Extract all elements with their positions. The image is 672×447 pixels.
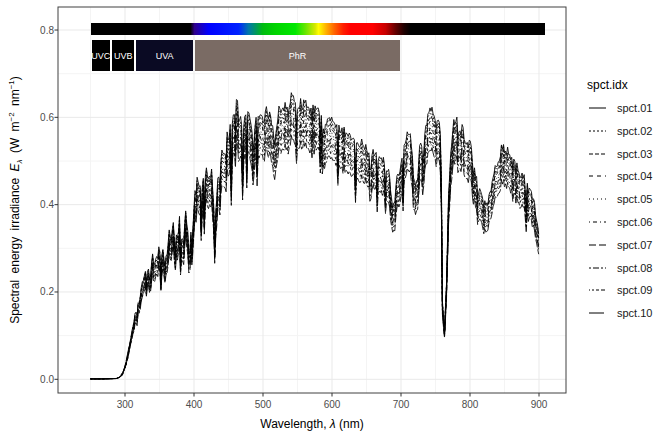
y-axis-title: Spectral energy irradiance Eλ (W m−2 nm−…	[8, 76, 22, 324]
x-tick-label: 800	[453, 399, 487, 410]
waveband-uva: UVA	[136, 40, 193, 71]
exp-minus2: −2	[7, 112, 16, 121]
visible-spectrum-bar	[91, 23, 545, 35]
legend-item-label: spct.06	[617, 216, 652, 228]
legend-item-spct.01: spct.01	[589, 97, 652, 119]
y-title-units-3: )	[8, 76, 22, 80]
legend-key-line	[589, 170, 606, 182]
legend-item-spct.04: spct.04	[589, 165, 652, 187]
legend-item-label: spct.10	[617, 307, 652, 319]
waveband-label: UVC	[92, 51, 111, 61]
exp-minus1: −1	[7, 80, 16, 89]
x-tick-label: 700	[384, 399, 418, 410]
y-title-units-1: (W m	[8, 121, 22, 159]
legend-item-spct.08: spct.08	[589, 257, 652, 279]
x-tick-label: 600	[315, 399, 349, 410]
x-tick-label: 900	[522, 399, 556, 410]
x-tick-label: 300	[108, 399, 142, 410]
legend-item-spct.05: spct.05	[589, 188, 652, 210]
legend-item-label: spct.07	[617, 239, 652, 251]
legend-item-spct.03: spct.03	[589, 143, 652, 165]
legend-item-label: spct.02	[617, 125, 652, 137]
y-tick-label: 0.6	[18, 112, 54, 123]
legend-item-label: spct.09	[617, 284, 652, 296]
legend-key-line	[589, 148, 606, 160]
legend-item-spct.09: spct.09	[589, 279, 652, 301]
legend-key-line	[589, 307, 606, 319]
x-title-units: (nm)	[336, 417, 364, 431]
E-symbol: E	[8, 163, 22, 171]
waveband-label: UVA	[156, 51, 174, 61]
spectral-irradiance-plot: UVCUVBUVAPhR 0.00.20.40.60.8300400500600…	[0, 0, 672, 447]
lambda-subscript: λ	[15, 159, 24, 163]
legend-item-label: spct.05	[617, 193, 652, 205]
waveband-uvb: UVB	[112, 40, 134, 71]
legend-key-line	[589, 125, 606, 137]
y-title-text: Spectral energy irradiance	[8, 171, 22, 323]
legend-key-line	[589, 102, 606, 114]
x-tick-label: 500	[246, 399, 280, 410]
legend-item-label: spct.08	[617, 262, 652, 274]
waveband-label: UVB	[114, 51, 133, 61]
x-title-text: Wavelength,	[260, 417, 330, 431]
waveband-uvc: UVC	[92, 40, 111, 71]
y-tick-label: 0.4	[18, 199, 54, 210]
y-tick-label: 0.0	[18, 374, 54, 385]
legend-item-spct.06: spct.06	[589, 211, 652, 233]
legend-key-line	[589, 262, 606, 274]
x-tick-label: 400	[177, 399, 211, 410]
y-tick-label: 0.2	[18, 286, 54, 297]
legend-key-line	[589, 284, 606, 296]
y-tick-label: 0.8	[18, 25, 54, 36]
legend-item-spct.02: spct.02	[589, 120, 652, 142]
waveband-label: PhR	[289, 51, 307, 61]
waveband-phr: PhR	[195, 40, 400, 71]
legend-item-spct.07: spct.07	[589, 234, 652, 256]
x-axis-title: Wavelength, λ (nm)	[58, 417, 566, 431]
legend-item-spct.10: spct.10	[589, 302, 652, 324]
legend-key-line	[589, 193, 606, 205]
legend-item-label: spct.04	[617, 170, 652, 182]
legend-title: spct.idx	[587, 78, 628, 92]
legend-item-label: spct.01	[617, 102, 652, 114]
legend-key-line	[589, 239, 606, 251]
y-title-units-2: nm	[8, 89, 22, 112]
legend-item-label: spct.03	[617, 148, 652, 160]
legend-key-line	[589, 216, 606, 228]
